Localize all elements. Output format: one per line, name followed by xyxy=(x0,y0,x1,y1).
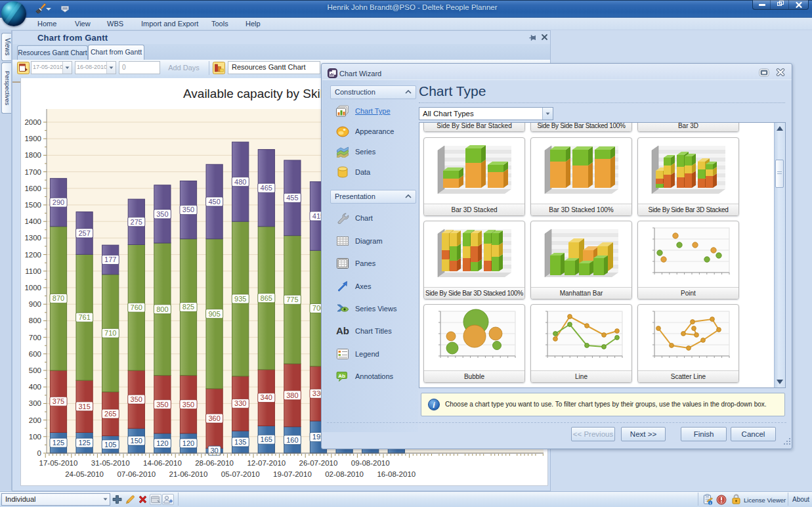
svg-text:935: 935 xyxy=(234,295,246,303)
svg-text:865: 865 xyxy=(261,294,272,302)
svg-text:257: 257 xyxy=(78,229,90,237)
svg-text:Ab: Ab xyxy=(338,373,345,379)
svg-text:2000: 2000 xyxy=(24,118,41,126)
svg-text:710: 710 xyxy=(104,329,116,337)
svg-text:100: 100 xyxy=(29,433,41,441)
svg-text:165: 165 xyxy=(261,435,272,443)
svg-text:1700: 1700 xyxy=(24,168,41,176)
svg-text:315: 315 xyxy=(78,403,90,410)
svg-text:350: 350 xyxy=(156,210,168,218)
svg-text:150: 150 xyxy=(131,437,142,445)
svg-text:1200: 1200 xyxy=(24,251,41,259)
svg-text:900: 900 xyxy=(29,300,41,308)
svg-text:480: 480 xyxy=(234,178,246,186)
svg-text:160: 160 xyxy=(286,436,298,444)
svg-text:07-06-2010: 07-06-2010 xyxy=(117,470,156,478)
svg-text:375: 375 xyxy=(53,397,64,405)
svg-text:600: 600 xyxy=(29,350,41,358)
svg-text:1900: 1900 xyxy=(24,135,41,143)
svg-text:12-07-2010: 12-07-2010 xyxy=(247,459,286,467)
svg-text:870: 870 xyxy=(53,294,64,302)
svg-text:125: 125 xyxy=(78,439,90,447)
svg-text:1300: 1300 xyxy=(24,234,41,242)
svg-text:350: 350 xyxy=(156,401,168,408)
svg-text:1100: 1100 xyxy=(25,267,41,275)
svg-text:17-05-2010: 17-05-2010 xyxy=(39,459,78,467)
svg-text:275: 275 xyxy=(131,218,142,226)
svg-text:340: 340 xyxy=(261,393,272,401)
svg-text:400: 400 xyxy=(29,383,41,391)
svg-text:380: 380 xyxy=(286,391,298,399)
svg-text:135: 135 xyxy=(234,438,246,446)
svg-text:1600: 1600 xyxy=(24,185,41,192)
svg-text:360: 360 xyxy=(208,414,220,422)
svg-text:330: 330 xyxy=(234,399,246,407)
svg-text:761: 761 xyxy=(78,313,90,321)
svg-text:200: 200 xyxy=(29,416,41,424)
svg-text:1000: 1000 xyxy=(24,284,41,292)
svg-text:120: 120 xyxy=(182,439,194,447)
svg-text:19-07-2010: 19-07-2010 xyxy=(273,470,312,478)
svg-text:455: 455 xyxy=(286,194,298,202)
svg-text:700: 700 xyxy=(29,334,41,342)
svg-text:800: 800 xyxy=(156,305,168,313)
svg-text:350: 350 xyxy=(182,401,194,408)
svg-text:465: 465 xyxy=(261,184,272,192)
svg-text:0: 0 xyxy=(37,449,41,457)
svg-text:775: 775 xyxy=(286,296,298,303)
svg-text:300: 300 xyxy=(29,399,41,407)
svg-text:26-07-2010: 26-07-2010 xyxy=(299,459,338,467)
svg-text:02-08-2010: 02-08-2010 xyxy=(325,470,364,478)
svg-text:21-06-2010: 21-06-2010 xyxy=(169,470,208,478)
svg-text:290: 290 xyxy=(53,198,64,206)
svg-text:1400: 1400 xyxy=(24,217,41,225)
svg-text:500: 500 xyxy=(29,366,41,374)
svg-text:105: 105 xyxy=(104,441,116,449)
svg-text:1800: 1800 xyxy=(24,151,41,159)
svg-text:24-05-2010: 24-05-2010 xyxy=(65,470,104,478)
svg-text:05-07-2010: 05-07-2010 xyxy=(221,470,260,478)
svg-text:1500: 1500 xyxy=(24,201,41,209)
svg-text:800: 800 xyxy=(29,317,41,324)
svg-text:14-06-2010: 14-06-2010 xyxy=(143,459,182,467)
svg-text:905: 905 xyxy=(208,310,220,318)
svg-text:120: 120 xyxy=(156,439,168,447)
svg-text:350: 350 xyxy=(131,395,142,403)
svg-text:177: 177 xyxy=(104,255,116,263)
svg-text:825: 825 xyxy=(182,303,194,311)
svg-text:350: 350 xyxy=(182,206,194,213)
svg-text:450: 450 xyxy=(208,198,220,206)
svg-text:28-06-2010: 28-06-2010 xyxy=(195,459,234,467)
svg-text:265: 265 xyxy=(104,410,116,418)
svg-text:125: 125 xyxy=(53,439,64,447)
svg-text:09-08-2010: 09-08-2010 xyxy=(351,459,390,467)
svg-text:31-05-2010: 31-05-2010 xyxy=(91,459,130,467)
svg-text:760: 760 xyxy=(131,303,142,311)
svg-text:16-08-2010: 16-08-2010 xyxy=(377,470,416,478)
